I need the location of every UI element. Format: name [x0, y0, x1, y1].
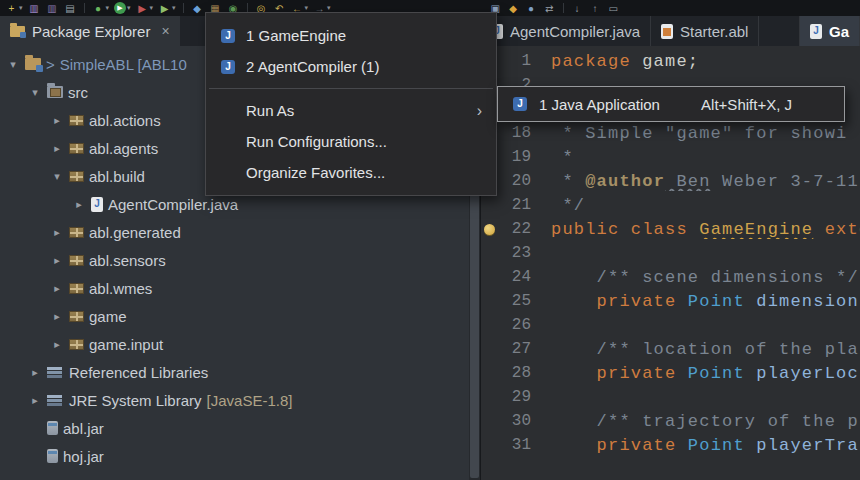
line-number[interactable]: 23 — [497, 244, 533, 262]
line-number[interactable]: 18 — [497, 124, 533, 142]
quickfix-bulb-icon[interactable] — [484, 224, 495, 235]
team-sync-icon[interactable]: ⇄ — [542, 1, 557, 15]
dropdown-caret-icon[interactable]: ▾ — [19, 4, 23, 12]
tree-item-abl-generated[interactable]: ▸abl.generated — [0, 218, 469, 246]
editor-tab-starter-abl[interactable]: Starter.abl — [651, 16, 759, 46]
code-line[interactable]: 27 /** location of the pla — [481, 337, 860, 361]
code-text[interactable]: package game; — [551, 52, 860, 71]
code-line[interactable]: 21 */ — [481, 193, 860, 217]
menu-item-run-configurations[interactable]: Run Configurations... — [206, 126, 496, 157]
code-text[interactable]: private Point playerTra — [551, 436, 860, 455]
new-wizard-icon[interactable]: +▾ — [4, 1, 24, 15]
tree-item-game[interactable]: ▸game — [0, 302, 469, 330]
editor-tab-label: Ga — [829, 23, 849, 40]
dropdown-caret-icon[interactable]: ▾ — [327, 4, 331, 12]
code-line[interactable]: 30 /** trajectory of the p — [481, 409, 860, 433]
menu-item-organize-favorites[interactable]: Organize Favorites... — [206, 157, 496, 188]
java-perspective-icon[interactable]: ◆ — [506, 1, 521, 15]
line-number[interactable]: 1 — [497, 52, 533, 70]
tree-item-abl-sensors[interactable]: ▸abl.sensors — [0, 246, 469, 274]
chevron-right-icon[interactable]: ▸ — [50, 142, 64, 155]
tree-item-hoj-jar[interactable]: hoj.jar — [0, 442, 469, 470]
dropdown-caret-icon[interactable]: ▾ — [106, 4, 110, 12]
line-number[interactable]: 19 — [497, 148, 533, 166]
line-number[interactable]: 30 — [497, 412, 533, 430]
chevron-right-icon[interactable]: ▸ — [50, 338, 64, 351]
code-text[interactable]: */ — [551, 196, 860, 215]
debug-perspective-icon[interactable]: ● — [524, 1, 539, 15]
tree-item-game-input[interactable]: ▸game.input — [0, 330, 469, 358]
chevron-right-icon[interactable]: ▸ — [50, 254, 64, 267]
line-number[interactable]: 31 — [497, 436, 533, 454]
mark-occurrences-icon[interactable]: ▭ — [606, 1, 621, 15]
line-number[interactable]: 28 — [497, 364, 533, 382]
menu-item-1-gameengine[interactable]: 1 GameEngine — [206, 20, 496, 51]
dropdown-caret-icon[interactable]: ▾ — [305, 4, 309, 12]
line-number[interactable]: 24 — [497, 268, 533, 286]
code-line[interactable]: 25 private Point dimension — [481, 289, 860, 313]
code-line[interactable]: 20 * @author Ben Weber 3-7-11 — [481, 169, 860, 193]
submenu-item-1-java-application[interactable]: 1 Java ApplicationAlt+Shift+X, J — [498, 90, 844, 118]
code-line[interactable]: 29 — [481, 385, 860, 409]
code-line[interactable]: 23 — [481, 241, 860, 265]
tab-package-explorer[interactable]: Package Explorer × — [0, 16, 180, 46]
save-all-icon[interactable]: ▥ — [45, 1, 60, 15]
tree-item-jre-system-library[interactable]: ▸JRE System Library [JavaSE-1.8] — [0, 386, 469, 414]
annotation-prev-icon[interactable]: ↑ — [588, 1, 603, 15]
code-line[interactable]: 1package game; — [481, 49, 860, 73]
chevron-right-icon[interactable]: ▸ — [50, 226, 64, 239]
external-tools-icon[interactable]: ▶▾ — [157, 1, 177, 15]
new-java-project-icon[interactable]: ◆ — [190, 1, 205, 15]
line-number[interactable]: 29 — [497, 388, 533, 406]
chevron-right-icon[interactable]: ▸ — [50, 114, 64, 127]
line-number[interactable]: 21 — [497, 196, 533, 214]
code-line[interactable]: 31 private Point playerTra — [481, 433, 860, 457]
chevron-right-icon[interactable]: ▸ — [50, 310, 64, 323]
save-icon[interactable]: ▥ — [27, 1, 42, 15]
code-line[interactable]: 26 — [481, 313, 860, 337]
code-line[interactable]: 22public class GameEngine exte — [481, 217, 860, 241]
code-text[interactable]: private Point dimension — [551, 292, 860, 311]
code-text[interactable]: /** trajectory of the p — [551, 412, 860, 431]
code-line[interactable]: 18 * Simple "game" for showi — [481, 121, 860, 145]
close-icon[interactable]: × — [161, 23, 169, 39]
chevron-right-icon[interactable]: ▸ — [50, 282, 64, 295]
coverage-icon[interactable]: ▶▾ — [135, 1, 155, 15]
code-text[interactable]: * Simple "game" for showi — [551, 124, 860, 143]
dropdown-caret-icon[interactable]: ▾ — [150, 4, 154, 12]
chevron-down-icon[interactable]: ▾ — [28, 86, 42, 99]
chevron-down-icon[interactable]: ▾ — [50, 170, 64, 183]
tree-item-abl-jar[interactable]: abl.jar — [0, 414, 469, 442]
print-icon[interactable]: ▤ — [63, 1, 78, 15]
code-text[interactable]: * — [551, 148, 860, 167]
code-text[interactable]: * @author Ben Weber 3-7-11 — [551, 172, 860, 191]
debug-icon[interactable]: ●▾ — [91, 1, 111, 15]
tree-item-referenced-libraries[interactable]: ▸Referenced Libraries — [0, 358, 469, 386]
chevron-right-icon[interactable]: ▸ — [28, 394, 42, 407]
chevron-right-icon[interactable]: ▸ — [28, 366, 42, 379]
menu-item-run-as[interactable]: Run As› — [206, 95, 496, 126]
line-number[interactable]: 22 — [497, 220, 533, 238]
code-line[interactable]: 28 private Point playerLoc — [481, 361, 860, 385]
code-text[interactable]: public class GameEngine exte — [551, 220, 860, 239]
chevron-right-icon[interactable]: ▸ — [72, 198, 86, 211]
editor-tab-ga[interactable]: Ga — [799, 16, 860, 46]
editor-tab-agentcompiler-java[interactable]: AgentCompiler.java — [481, 16, 651, 46]
line-number[interactable]: 27 — [497, 340, 533, 358]
code-line[interactable]: 24 /** scene dimensions */ — [481, 265, 860, 289]
dropdown-caret-icon[interactable]: ▾ — [127, 4, 131, 12]
line-number[interactable]: 20 — [497, 172, 533, 190]
dropdown-caret-icon[interactable]: ▾ — [172, 4, 176, 12]
annotation-next-icon[interactable]: ↓ — [570, 1, 585, 15]
editor-tab-label: AgentCompiler.java — [510, 23, 640, 40]
menu-item-2-agentcompiler-1[interactable]: 2 AgentCompiler (1) — [206, 51, 496, 82]
code-text[interactable]: private Point playerLoc — [551, 364, 860, 383]
line-number[interactable]: 25 — [497, 292, 533, 310]
chevron-down-icon[interactable]: ▾ — [6, 58, 20, 71]
code-text[interactable]: /** location of the pla — [551, 340, 860, 359]
code-line[interactable]: 19 * — [481, 145, 860, 169]
tree-item-abl-wmes[interactable]: ▸abl.wmes — [0, 274, 469, 302]
run-icon[interactable]: ▶▾ — [113, 1, 132, 15]
line-number[interactable]: 26 — [497, 316, 533, 334]
code-text[interactable]: /** scene dimensions */ — [551, 268, 860, 287]
